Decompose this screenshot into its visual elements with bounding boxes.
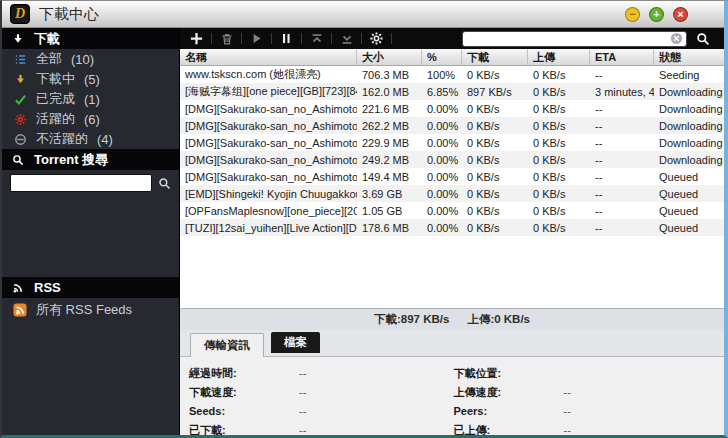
rss-section-header: RSS xyxy=(2,277,179,298)
cell-download: 0 KB/s xyxy=(462,151,528,168)
toolbar-divider xyxy=(271,33,272,44)
downloaded-value: -- xyxy=(299,424,306,436)
cell-eta: -- xyxy=(590,66,654,83)
table-row[interactable]: [DMG][Sakurako-san_no_Ashimoto_ni_... 22… xyxy=(180,134,724,151)
list-icon xyxy=(13,53,27,66)
search-icon[interactable] xyxy=(696,32,710,46)
cell-eta: -- xyxy=(590,151,654,168)
table-header: 名稱 大小 % 下載 上傳 ETA 狀態 xyxy=(180,49,724,66)
cell-upload: 0 KB/s xyxy=(528,134,590,151)
cell-size: 149.4 MB xyxy=(357,168,422,185)
sidebar-item-completed[interactable]: 已完成 (1) xyxy=(2,89,179,109)
table-row[interactable]: [OPFansMaplesnow][one_piece][2015][... 1… xyxy=(180,202,724,219)
column-header-upload[interactable]: 上傳 xyxy=(528,49,590,65)
cell-status: Queued xyxy=(654,168,724,185)
cell-percent: 0.00% xyxy=(422,100,462,117)
cell-download: 0 KB/s xyxy=(462,168,528,185)
download-speed-label: 下載速度: xyxy=(189,385,299,400)
elapsed-time-value: -- xyxy=(299,367,306,379)
column-header-name[interactable]: 名稱 xyxy=(180,49,357,65)
cell-status: Seeding xyxy=(654,66,724,83)
rss-icon xyxy=(11,282,25,294)
move-to-bottom-icon[interactable] xyxy=(336,28,357,49)
toolbar-divider xyxy=(301,33,302,44)
add-torrent-button[interactable] xyxy=(186,28,207,49)
cell-download: 0 KB/s xyxy=(462,202,528,219)
table-row[interactable]: [DMG][Sakurako-san_no_Ashimoto_ni_... 22… xyxy=(180,100,724,117)
toolbar-divider xyxy=(331,33,332,44)
sidebar-item-count: (6) xyxy=(84,112,100,127)
pause-button[interactable] xyxy=(276,28,297,49)
tab-files[interactable]: 檔案 xyxy=(271,332,320,353)
cell-eta: -- xyxy=(590,219,654,236)
sidebar-item-count: (5) xyxy=(84,72,100,87)
sidebar-item-inactive[interactable]: 不活躍的 (4) xyxy=(2,129,179,149)
column-header-status[interactable]: 狀態 xyxy=(654,49,724,65)
torrent-search-input[interactable] xyxy=(10,174,152,192)
cell-size: 262.2 MB xyxy=(357,117,422,134)
table-row[interactable]: www.tskscn.com (她很漂亮) 706.3 MB 100% 0 KB… xyxy=(180,66,724,83)
table-row[interactable]: [DMG][Sakurako-san_no_Ashimoto_ni_... 24… xyxy=(180,151,724,168)
cell-name: [DMG][Sakurako-san_no_Ashimoto_ni_... xyxy=(180,151,357,168)
cell-name: [DMG][Sakurako-san_no_Ashimoto_ni_... xyxy=(180,117,357,134)
sidebar-item-label: 不活躍的 xyxy=(36,130,88,148)
toolbar-divider xyxy=(361,33,362,44)
cell-name: [EMD][Shingeki! Kyojin Chuugakkou][0... xyxy=(180,185,357,202)
cell-percent: 0.00% xyxy=(422,168,462,185)
table-row[interactable]: [海贼字幕组][one piece][GB][723][848x... 162.… xyxy=(180,83,724,100)
sidebar-item-downloading[interactable]: 下載中 (5) xyxy=(2,69,179,89)
rss-feed-icon xyxy=(13,303,27,317)
cell-percent: 0.00% xyxy=(422,185,462,202)
start-button[interactable] xyxy=(246,28,267,49)
zoom-button[interactable]: + xyxy=(649,7,664,22)
sidebar-item-active[interactable]: 活躍的 (6) xyxy=(2,109,179,129)
sidebar-spacer xyxy=(2,196,179,277)
toolbar-divider xyxy=(391,33,392,44)
column-header-download[interactable]: 下載 xyxy=(462,49,528,65)
cell-download: 0 KB/s xyxy=(462,66,528,83)
table-row[interactable]: [DMG][Sakurako-san_no_Ashimoto_ni_... 26… xyxy=(180,117,724,134)
cell-download: 0 KB/s xyxy=(462,117,528,134)
upload-speed-label: 上傳速度: xyxy=(454,385,564,400)
sidebar-item-all[interactable]: 全部 (10) xyxy=(2,49,179,69)
total-download-speed: 下載:897 KB/s xyxy=(374,312,449,327)
column-header-eta[interactable]: ETA xyxy=(590,49,654,65)
settings-gear-icon[interactable] xyxy=(366,28,387,49)
table-row[interactable]: [DMG][Sakurako-san_no_Ashimoto_ni_... 14… xyxy=(180,168,724,185)
close-button[interactable]: × xyxy=(673,7,688,22)
minimize-button[interactable]: − xyxy=(625,7,640,22)
sidebar-item-label: 活躍的 xyxy=(36,110,75,128)
cell-download: 0 KB/s xyxy=(462,185,528,202)
cell-percent: 0.00% xyxy=(422,151,462,168)
search-icon[interactable] xyxy=(158,177,171,190)
cell-upload: 0 KB/s xyxy=(528,117,590,134)
sidebar-item-label: 下載中 xyxy=(36,70,75,88)
sidebar-fill xyxy=(2,322,179,435)
toolbar xyxy=(180,28,724,49)
cell-upload: 0 KB/s xyxy=(528,66,590,83)
column-header-percent[interactable]: % xyxy=(422,49,462,65)
delete-button[interactable] xyxy=(216,28,237,49)
cell-eta: 3 minutes, 4... xyxy=(590,83,654,100)
cell-name: [DMG][Sakurako-san_no_Ashimoto_ni_... xyxy=(180,168,357,185)
column-header-size[interactable]: 大小 xyxy=(357,49,422,65)
cell-eta: -- xyxy=(590,134,654,151)
downloads-section-header: 下載 xyxy=(2,28,179,49)
cell-size: 162.0 MB xyxy=(357,83,422,100)
filter-search-input[interactable] xyxy=(462,31,687,47)
cell-download: 897 KB/s xyxy=(462,83,528,100)
clear-search-icon[interactable] xyxy=(670,32,683,45)
main-panel: 名稱 大小 % 下載 上傳 ETA 狀態 www.tskscn.com (她很漂… xyxy=(180,28,724,435)
cell-name: [海贼字幕组][one piece][GB][723][848x... xyxy=(180,83,357,100)
inactive-icon xyxy=(13,133,27,146)
tab-transfer-info[interactable]: 傳輸資訊 xyxy=(190,333,264,357)
cell-status: Downloading xyxy=(654,134,724,151)
upload-speed-value: -- xyxy=(564,386,571,398)
cell-upload: 0 KB/s xyxy=(528,83,590,100)
table-row[interactable]: [EMD][Shingeki! Kyojin Chuugakkou][0... … xyxy=(180,185,724,202)
table-row[interactable]: [TUZI][12sai_yuihen][Live Action][DVD...… xyxy=(180,219,724,236)
seeds-value: -- xyxy=(299,405,306,417)
sidebar-item-all-rss-feeds[interactable]: 所有 RSS Feeds xyxy=(2,298,179,322)
cell-name: [TUZI][12sai_yuihen][Live Action][DVD... xyxy=(180,219,357,236)
move-to-top-icon[interactable] xyxy=(306,28,327,49)
